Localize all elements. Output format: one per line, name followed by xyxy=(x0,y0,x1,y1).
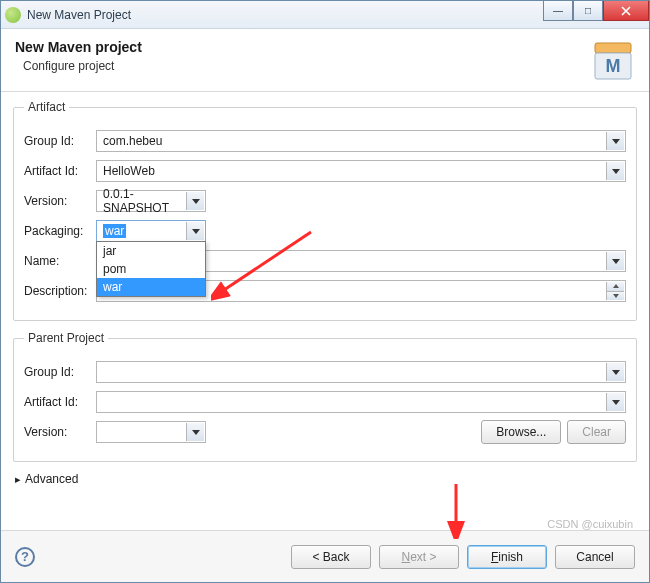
description-label: Description: xyxy=(24,284,96,298)
browse-button[interactable]: Browse... xyxy=(481,420,561,444)
cancel-button[interactable]: Cancel xyxy=(555,545,635,569)
advanced-label: Advanced xyxy=(25,472,78,486)
artifact-id-value: HelloWeb xyxy=(103,164,155,178)
finish-button[interactable]: Finish xyxy=(467,545,547,569)
packaging-dropdown: jar pom war xyxy=(96,241,206,297)
svg-text:M: M xyxy=(606,56,621,76)
artifact-id-label: Artifact Id: xyxy=(24,164,96,178)
chevron-down-icon[interactable] xyxy=(606,252,624,270)
packaging-value: war xyxy=(103,224,126,238)
group-id-input[interactable]: com.hebeu xyxy=(96,130,626,152)
parent-version-label: Version: xyxy=(24,425,96,439)
page-title: New Maven project xyxy=(15,39,142,55)
help-icon[interactable]: ? xyxy=(15,547,35,567)
parent-artifact-id-label: Artifact Id: xyxy=(24,395,96,409)
page-subtitle: Configure project xyxy=(23,59,142,73)
packaging-label: Packaging: xyxy=(24,224,96,238)
packaging-option-pom[interactable]: pom xyxy=(97,260,205,278)
clear-button[interactable]: Clear xyxy=(567,420,626,444)
wizard-footer: ? < Back Next > Finish Cancel xyxy=(1,530,649,582)
wizard-body: Artifact Group Id: com.hebeu Artifact Id… xyxy=(1,92,649,500)
version-value: 0.0.1-SNAPSHOT xyxy=(103,187,183,215)
spin-down-icon[interactable] xyxy=(606,292,624,301)
version-input[interactable]: 0.0.1-SNAPSHOT xyxy=(96,190,206,212)
version-label: Version: xyxy=(24,194,96,208)
parent-project-group: Parent Project Group Id: Artifact Id: Ve… xyxy=(13,331,637,462)
maximize-button[interactable]: □ xyxy=(573,1,603,21)
chevron-down-icon[interactable] xyxy=(606,363,624,381)
close-button[interactable] xyxy=(603,1,649,21)
watermark: CSDN @cuixubin xyxy=(547,518,633,530)
app-icon xyxy=(5,7,21,23)
name-label: Name: xyxy=(24,254,96,268)
chevron-down-icon[interactable] xyxy=(606,393,624,411)
minimize-button[interactable]: — xyxy=(543,1,573,21)
parent-artifact-id-input[interactable] xyxy=(96,391,626,413)
dialog-window: New Maven Project — □ New Maven project … xyxy=(0,0,650,583)
chevron-down-icon[interactable] xyxy=(606,162,624,180)
artifact-group: Artifact Group Id: com.hebeu Artifact Id… xyxy=(13,100,637,321)
maven-logo-icon: M xyxy=(591,39,635,83)
back-button[interactable]: < Back xyxy=(291,545,371,569)
parent-group-id-label: Group Id: xyxy=(24,365,96,379)
packaging-option-war[interactable]: war xyxy=(97,278,205,296)
wizard-header: New Maven project Configure project M xyxy=(1,29,649,92)
artifact-legend: Artifact xyxy=(24,100,69,114)
titlebar: New Maven Project — □ xyxy=(1,1,649,29)
group-id-label: Group Id: xyxy=(24,134,96,148)
parent-version-input[interactable] xyxy=(96,421,206,443)
artifact-id-input[interactable]: HelloWeb xyxy=(96,160,626,182)
svg-rect-0 xyxy=(595,43,631,53)
parent-group-id-input[interactable] xyxy=(96,361,626,383)
parent-legend: Parent Project xyxy=(24,331,108,345)
chevron-down-icon[interactable] xyxy=(606,132,624,150)
chevron-down-icon[interactable] xyxy=(186,423,204,441)
packaging-option-jar[interactable]: jar xyxy=(97,242,205,260)
spin-up-icon[interactable] xyxy=(606,282,624,292)
advanced-expander[interactable]: Advanced xyxy=(15,472,635,486)
next-button: Next > xyxy=(379,545,459,569)
group-id-value: com.hebeu xyxy=(103,134,162,148)
window-title: New Maven Project xyxy=(27,8,131,22)
packaging-input[interactable]: war xyxy=(96,220,206,242)
chevron-down-icon[interactable] xyxy=(186,192,204,210)
close-icon xyxy=(621,6,631,16)
chevron-down-icon[interactable] xyxy=(186,222,204,240)
